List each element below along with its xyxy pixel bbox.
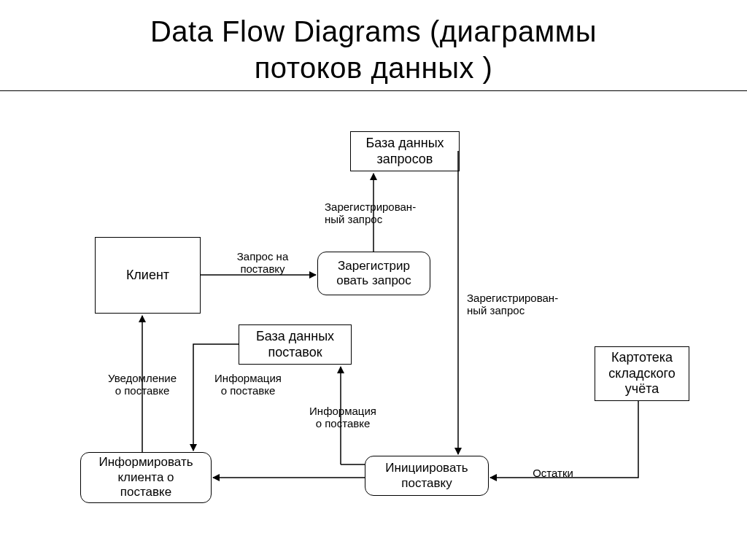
label-request-supply: Запрос на поставку: [226, 250, 299, 276]
store-card-l1: Картотека: [611, 350, 673, 365]
process-register-l1: Зарегистрир: [338, 259, 410, 273]
entity-client-label: Клиент: [126, 268, 169, 284]
diagram-canvas: Клиент База данных запросов Зарегистрир …: [0, 91, 747, 543]
store-supply-db: База данных поставок: [239, 324, 352, 365]
label-remainders: Остатки: [524, 467, 582, 479]
process-inform-client: Информировать клиента о поставке: [80, 452, 212, 503]
store-request-db-l2: запросов: [377, 152, 433, 166]
store-request-db: База данных запросов: [350, 131, 460, 171]
process-inform-l2: клиента о: [117, 470, 174, 484]
store-card-l3: учёта: [625, 381, 659, 396]
title-line-2: потоков данных ): [255, 52, 493, 84]
label-info-supply-1: Информация о поставке: [204, 372, 292, 397]
process-initiate-supply: Инициировать поставку: [365, 456, 489, 496]
process-inform-l1: Информировать: [98, 455, 193, 469]
label-registered-request-2: Зарегистрирован- ный запрос: [467, 292, 584, 317]
store-request-db-l1: База данных: [365, 136, 444, 150]
store-card-l2: складского: [608, 366, 675, 381]
store-supply-db-l1: База данных: [256, 329, 334, 343]
process-initiate-l2: поставку: [401, 476, 452, 490]
process-initiate-l1: Инициировать: [385, 461, 468, 475]
page-title: Data Flow Diagrams (диаграммы потоков да…: [0, 0, 747, 86]
label-registered-request: Зарегистрирован- ный запрос: [325, 201, 434, 226]
process-inform-l3: поставке: [120, 485, 171, 499]
label-info-supply-2: Информация о поставке: [299, 405, 387, 430]
store-supply-db-l2: поставок: [268, 345, 322, 359]
process-register-request: Зарегистрир овать запрос: [317, 252, 430, 295]
label-notification: Уведомление о поставке: [95, 372, 190, 397]
process-register-l2: овать запрос: [336, 273, 411, 287]
title-line-1: Data Flow Diagrams (диаграммы: [150, 15, 597, 47]
store-warehouse-card: Картотека складского учёта: [595, 346, 689, 401]
entity-client: Клиент: [95, 237, 201, 314]
